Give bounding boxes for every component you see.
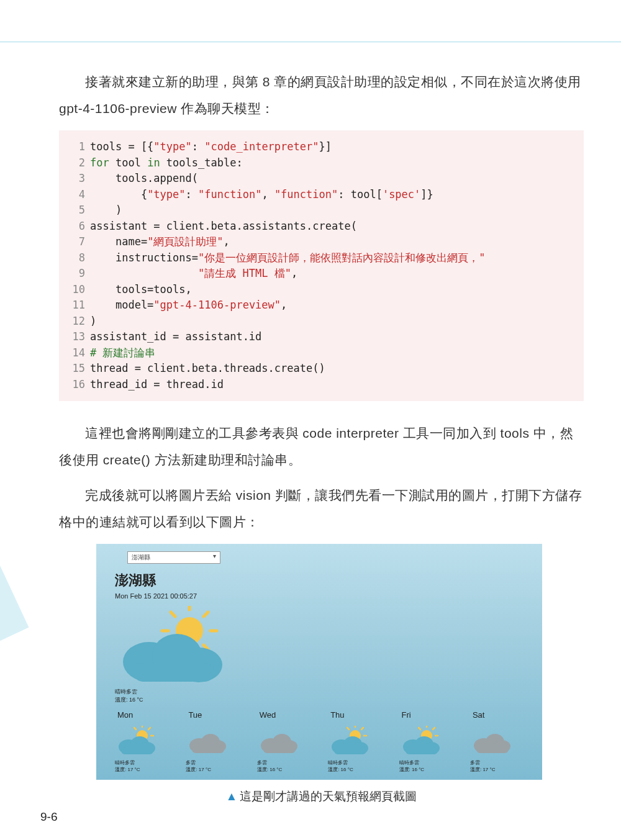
line-number: 4 xyxy=(66,187,85,203)
forecast-day: Tue 多雲溫度: 17 °C xyxy=(183,710,252,773)
code-text: }] xyxy=(319,140,332,153)
line-number: 5 xyxy=(66,202,85,219)
code-text: model= xyxy=(90,299,153,311)
code-keyword: for xyxy=(90,156,109,169)
today-weather-icon xyxy=(115,606,233,687)
code-text: tools_table: xyxy=(160,156,243,169)
code-string: "type" xyxy=(153,140,191,153)
line-number: 2 xyxy=(66,155,85,171)
paragraph-2: 這裡也會將剛剛建立的工具參考表與 code interpreter 工具一同加入… xyxy=(59,420,584,473)
code-comment: # 新建討論串 xyxy=(90,346,155,359)
svg-rect-46 xyxy=(406,747,438,754)
day-description: 晴時多雲溫度: 17 °C xyxy=(112,759,181,773)
code-string: "gpt-4-1106-preview" xyxy=(153,299,281,311)
code-text: ]} xyxy=(420,188,433,201)
svg-line-41 xyxy=(433,728,435,729)
code-string: "請生成 HTML 檔" xyxy=(198,267,291,279)
svg-line-42 xyxy=(419,728,420,729)
day-name: Sat xyxy=(468,710,536,720)
code-block: 1tools = [{"type": "code_interpreter"}] … xyxy=(59,130,584,401)
code-string: "function" xyxy=(274,188,338,201)
day-description: 多雲溫度: 16 °C xyxy=(255,759,323,773)
code-text: : xyxy=(186,188,198,201)
code-text: : xyxy=(192,140,204,153)
code-text: ) xyxy=(90,204,122,216)
forecast-day: Fri 晴時多雲溫度: 16 °C xyxy=(397,710,465,773)
forecast-row: Mon 晴時多雲溫度: 17 °C Tue 多雲溫度: 17 °C Wed xyxy=(112,710,536,773)
svg-rect-24 xyxy=(192,745,224,753)
code-text: , xyxy=(291,267,297,279)
svg-rect-11 xyxy=(134,663,214,682)
forecast-day: Thu 晴時多雲溫度: 16 °C xyxy=(325,710,394,773)
svg-line-15 xyxy=(148,728,150,729)
city-title: 澎湖縣 xyxy=(115,571,156,590)
figure-caption: ▲這是剛才講過的天氣預報網頁截圖 xyxy=(59,788,584,805)
line-number: 15 xyxy=(66,361,85,377)
forecast-day: Sat 多雲溫度: 17 °C xyxy=(468,710,536,773)
day-weather-icon xyxy=(186,726,229,757)
county-dropdown[interactable]: 澎湖縣 xyxy=(127,551,220,564)
svg-rect-37 xyxy=(334,747,366,754)
code-text: tool xyxy=(109,156,147,169)
line-number: 12 xyxy=(66,314,85,330)
page-content: 接著就來建立新的助理，與第 8 章的網頁設計助理的設定相似，不同在於這次將使用 … xyxy=(59,68,584,815)
code-string: "你是一位網頁設計師，能依照對話內容設計和修改出網頁，" xyxy=(198,251,485,264)
svg-rect-50 xyxy=(476,745,509,753)
code-text: , xyxy=(261,188,274,201)
today-description: 晴時多雲 溫度: 16 °C xyxy=(115,688,143,703)
svg-line-33 xyxy=(347,728,349,729)
code-text: , xyxy=(224,235,230,248)
day-name: Tue xyxy=(183,710,252,720)
caption-text: 這是剛才講過的天氣預報網頁截圖 xyxy=(240,790,417,803)
code-string: "code_interpreter" xyxy=(204,140,319,153)
svg-rect-28 xyxy=(263,745,296,753)
forecast-day: Wed 多雲溫度: 16 °C xyxy=(255,710,323,773)
day-description: 晴時多雲溫度: 16 °C xyxy=(397,759,465,773)
line-number: 8 xyxy=(66,250,85,266)
paragraph-1: 接著就來建立新的助理，與第 8 章的網頁設計助理的設定相似，不同在於這次將使用 … xyxy=(59,68,584,122)
code-text: { xyxy=(90,188,147,201)
line-number: 14 xyxy=(66,345,85,361)
day-weather-icon xyxy=(257,726,301,757)
paragraph-3: 完成後就可以將圖片丟給 vision 判斷，讓我們先看一下測試用的圖片，打開下方… xyxy=(59,482,584,535)
line-number: 10 xyxy=(66,282,85,298)
top-border-line xyxy=(0,42,621,42)
line-number: 16 xyxy=(66,377,85,393)
day-weather-icon xyxy=(399,726,443,757)
code-text: tools = [{ xyxy=(90,140,153,153)
day-description: 多雲溫度: 17 °C xyxy=(183,759,252,773)
code-keyword: in xyxy=(147,156,160,169)
day-description: 多雲溫度: 17 °C xyxy=(468,759,536,773)
day-name: Mon xyxy=(112,710,181,720)
svg-line-6 xyxy=(204,612,208,616)
day-name: Wed xyxy=(255,710,323,720)
code-string: 'spec' xyxy=(383,188,420,201)
svg-line-16 xyxy=(134,728,136,729)
code-text: name= xyxy=(90,235,147,248)
code-text: thread_id = thread.id xyxy=(90,378,224,391)
day-weather-icon xyxy=(115,726,158,757)
caption-triangle-icon: ▲ xyxy=(226,790,238,803)
line-number: 11 xyxy=(66,297,85,314)
today-condition: 晴時多雲 xyxy=(115,689,137,695)
code-text xyxy=(90,267,198,279)
line-number: 7 xyxy=(66,234,85,250)
code-text: tools.append( xyxy=(90,172,198,184)
forecast-day: Mon 晴時多雲溫度: 17 °C xyxy=(112,710,181,773)
code-text: , xyxy=(281,299,287,311)
code-text: instructions= xyxy=(90,251,198,264)
weather-screenshot: 澎湖縣 澎湖縣 Mon Feb 15 2021 00:05:27 xyxy=(96,544,542,780)
code-string: "type" xyxy=(147,188,185,201)
line-number: 13 xyxy=(66,329,85,345)
day-name: Thu xyxy=(325,710,394,720)
svg-line-32 xyxy=(361,728,363,729)
day-weather-icon xyxy=(470,726,514,757)
line-number: 9 xyxy=(66,266,85,282)
code-text: tools=tools, xyxy=(90,283,192,296)
today-temperature: 溫度: 16 °C xyxy=(115,697,143,703)
code-text: assistant_id = assistant.id xyxy=(90,330,261,343)
page-decoration-triangle xyxy=(0,532,54,698)
code-string: "function" xyxy=(198,188,261,201)
code-text: ) xyxy=(90,315,96,327)
svg-line-5 xyxy=(171,612,175,616)
